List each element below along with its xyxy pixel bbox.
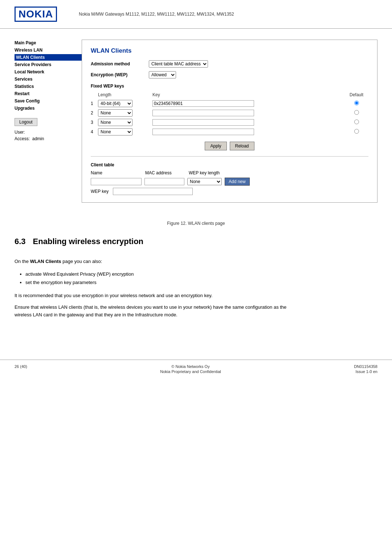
wep-key-input-field[interactable] [152, 119, 254, 126]
col-wep-header: WEP key length [189, 170, 247, 175]
access-row: Access: admin [15, 135, 82, 142]
action-buttons: Apply Reload [91, 142, 368, 150]
encryption-select[interactable]: Allowed Required Disabled [149, 71, 176, 78]
footer-center: © Nokia Networks Oy Nokia Proprietary an… [160, 364, 221, 374]
wep-arrow [145, 127, 152, 137]
col-spacer [145, 92, 152, 99]
wep-key-input-field[interactable] [152, 110, 254, 116]
sidebar-wireless-lan[interactable]: Wireless LAN [15, 47, 82, 53]
page-header: NOKIA Nokia M/MW Gateways M1112, M1122, … [0, 0, 392, 29]
wep-default-radio[interactable] [354, 119, 359, 124]
wep-key-row: WEP key [91, 188, 368, 195]
wep-length-select[interactable]: None40-bit (64)104-bit (128) [98, 109, 132, 117]
admission-method-row: Admission method Client table MAC addres… [91, 60, 368, 68]
col-mac-header: MAC address [145, 170, 189, 175]
page-footer: 26 (40) © Nokia Networks Oy Nokia Propri… [0, 360, 392, 378]
divider [91, 156, 368, 157]
admission-method-label: Admission method [91, 61, 149, 66]
logout-button[interactable]: Logout [15, 118, 37, 126]
wep-table-row: 2None40-bit (64)104-bit (128) [91, 108, 368, 118]
client-mac-input[interactable] [144, 178, 184, 185]
figure-caption: Figure 12. WLAN clients page [0, 221, 392, 226]
content-panel: WLAN Clients Admission method Client tab… [82, 40, 377, 203]
wep-row-index: 1 [91, 99, 98, 108]
access-label: Access: [15, 136, 30, 141]
footer-right: DN01154358 Issue 1-0 en [354, 364, 377, 374]
user-info: User: Access: admin [15, 129, 82, 142]
sidebar-save-config[interactable]: Save Config [15, 98, 82, 104]
apply-button[interactable]: Apply [205, 142, 226, 150]
para2: Ensure that wireless LAN clients (that i… [15, 304, 290, 319]
reload-button[interactable]: Reload [230, 142, 254, 150]
sidebar-upgrades[interactable]: Upgrades [15, 105, 82, 112]
bullet-item: activate Wired Equivalent Privacy (WEP) … [25, 270, 377, 278]
page-info: 26 (40) [15, 364, 27, 369]
wep-row-index: 3 [91, 118, 98, 127]
wep-table-row: 1None40-bit (64)104-bit (128) [91, 99, 368, 108]
wlan-clients-ref: WLAN Clients [30, 259, 61, 264]
sidebar: Main Page Wireless LAN WLAN Clients Serv… [15, 40, 82, 203]
wep-arrow [145, 108, 152, 118]
wep-length-select[interactable]: None40-bit (64)104-bit (128) [98, 119, 132, 126]
wep-default-cell [347, 127, 368, 137]
wep-table-row: 3None40-bit (64)104-bit (128) [91, 118, 368, 127]
wep-arrow [145, 118, 152, 127]
section-header: 6.3 Enabling wireless encryption [15, 237, 377, 252]
wep-default-radio[interactable] [354, 110, 359, 115]
doc-number: DN01154358 [354, 364, 377, 369]
wep-length-select[interactable]: None40-bit (64)104-bit (128) [98, 128, 132, 135]
para1: It is recommended that you use encryptio… [15, 292, 290, 300]
section-6-3: 6.3 Enabling wireless encryption On the … [0, 237, 392, 338]
admission-method-select[interactable]: Client table MAC address Any MAC address [149, 60, 208, 68]
wep-key-cell [152, 127, 347, 137]
wep-length-select[interactable]: None40-bit (64)104-bit (128) [98, 100, 132, 107]
client-table-section: Client table Name MAC address WEP key le… [91, 162, 368, 195]
wep-arrow [145, 99, 152, 108]
client-row: None 40-bit (64) 104-bit (128) Add new [91, 178, 368, 186]
wep-length-cell: None40-bit (64)104-bit (128) [98, 99, 145, 108]
col-default-header: Default [347, 92, 368, 99]
section-title: Enabling wireless encryption [33, 237, 143, 246]
wep-key-input-field[interactable] [152, 129, 254, 135]
main-content: Main Page Wireless LAN WLAN Clients Serv… [0, 29, 392, 214]
col-name-header: Name [91, 170, 145, 175]
wep-default-radio[interactable] [354, 129, 359, 134]
access-value-text: admin [32, 136, 44, 141]
wep-default-cell [347, 108, 368, 118]
footer-left: 26 (40) [15, 364, 27, 374]
sidebar-main-page[interactable]: Main Page [15, 40, 82, 46]
client-name-input[interactable] [91, 178, 142, 185]
sidebar-restart[interactable]: Restart [15, 90, 82, 97]
wep-key-input[interactable] [113, 188, 193, 195]
section-number: 6.3 [15, 237, 26, 246]
bullet-item: set the encryption key parameters [25, 278, 377, 287]
header-title: Nokia M/MW Gateways M1112, M1122, MW1112… [79, 12, 234, 17]
proprietary: Nokia Proprietary and Confidential [160, 369, 221, 374]
sidebar-service-providers[interactable]: Service Providers [15, 61, 82, 68]
wep-key-cell [152, 99, 347, 108]
sidebar-wlan-clients[interactable]: WLAN Clients [15, 54, 82, 61]
col-key-header: Key [152, 92, 347, 99]
wep-key-input-field[interactable] [152, 100, 254, 107]
nokia-logo: NOKIA [15, 7, 57, 22]
client-wep-length-select[interactable]: None 40-bit (64) 104-bit (128) [187, 178, 222, 185]
wep-key-cell [152, 108, 347, 118]
client-table-header: Name MAC address WEP key length [91, 170, 368, 175]
panel-title: WLAN Clients [91, 47, 368, 54]
wep-key-cell [152, 118, 347, 127]
add-new-button[interactable]: Add new [225, 178, 250, 186]
section-intro: On the WLAN Clients page you can also: [15, 258, 290, 266]
wep-row-index: 4 [91, 127, 98, 137]
col-length-header: Length [98, 92, 145, 99]
col-index [91, 92, 98, 99]
wep-keys-table: Length Key Default 1None40-bit (64)104-b… [91, 92, 368, 137]
sidebar-statistics[interactable]: Statistics [15, 83, 82, 90]
user-label: User: [15, 129, 82, 135]
wep-default-radio[interactable] [354, 101, 359, 105]
wep-length-cell: None40-bit (64)104-bit (128) [98, 127, 145, 137]
wep-table-row: 4None40-bit (64)104-bit (128) [91, 127, 368, 137]
issue: Issue 1-0 en [355, 369, 377, 374]
sidebar-local-network[interactable]: Local Network [15, 69, 82, 75]
wep-default-cell [347, 99, 368, 108]
sidebar-services[interactable]: Services [15, 76, 82, 82]
